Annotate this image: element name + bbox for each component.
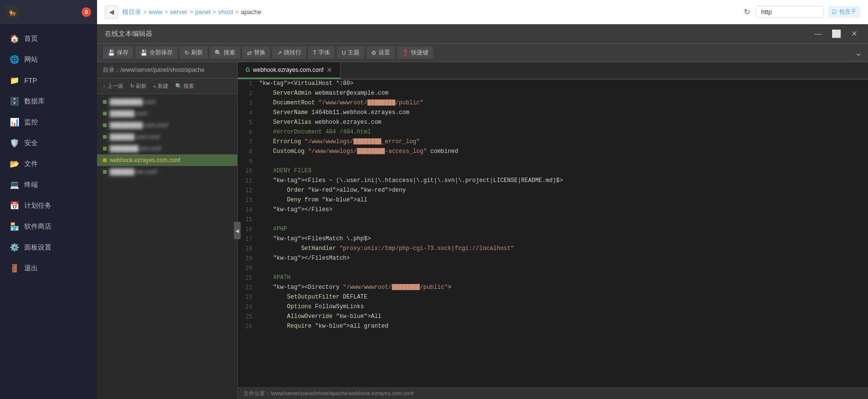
line-number: 8 xyxy=(238,148,257,157)
sidebar-item-security[interactable]: 🛡️安全 xyxy=(0,133,97,153)
line-code: ServerName 1464bb11.webhook.ezrayes.com xyxy=(257,109,868,118)
fp-new-button[interactable]: +新建 xyxy=(151,82,170,91)
sidebar-item-website[interactable]: 🌐网站 xyxy=(0,49,97,70)
close-button[interactable]: ✕ xyxy=(848,28,860,39)
line-code: "kw-tag"></FilesMatch> xyxy=(257,254,868,264)
sidebar-item-logout[interactable]: 🚪退出 xyxy=(0,258,97,279)
line-code xyxy=(257,216,868,225)
toolbar-replace-button[interactable]: ⇄替换 xyxy=(242,47,270,59)
minimize-button[interactable]: — xyxy=(811,29,825,39)
toolbar-theme-button[interactable]: U主题 xyxy=(337,47,364,59)
sidebar-item-files[interactable]: 📂文件 xyxy=(0,153,97,174)
line-number: 1 xyxy=(238,80,257,89)
file-list-item[interactable]: ███████.om.conf xyxy=(97,143,237,154)
file-list-item[interactable]: ████████.com.conf xyxy=(97,119,237,131)
code-line: 16 #PHP xyxy=(238,225,868,235)
sidebar-item-ftp[interactable]: 📁FTP xyxy=(0,70,97,91)
code-content: 1"kw-tag"><VirtualHost *:80>2 ServerAdmi… xyxy=(238,80,868,332)
line-number: 6 xyxy=(238,128,257,138)
website-icon: 🌐 xyxy=(10,55,19,64)
sidebar-label-security: 安全 xyxy=(24,139,38,148)
line-code: DocumentRoot "/www/wwwroot/████████/publ… xyxy=(257,99,868,109)
toolbar-save-all-button[interactable]: 💾全部保存 xyxy=(135,47,178,59)
code-line: 21 #PATH xyxy=(238,274,868,283)
file-list-item[interactable]: ██████.om.conf xyxy=(97,166,237,178)
fp-up-button[interactable]: ↑上一级 xyxy=(101,82,125,91)
sidebar-item-terminal[interactable]: 💻终端 xyxy=(0,174,97,195)
code-line: 20 xyxy=(238,264,868,274)
file-panel-header: 目录：/www/server/panel/vhost/apache xyxy=(97,62,237,79)
line-code: "kw-tag"><FilesMatch \.php$> xyxy=(257,235,868,245)
line-number: 9 xyxy=(238,157,257,167)
fp-reload-button[interactable]: ↻刷新 xyxy=(128,82,148,91)
collapse-panel-button[interactable]: ◀ xyxy=(234,222,241,239)
sidebar-label-cron: 计划任务 xyxy=(24,201,51,210)
code-line: 1"kw-tag"><VirtualHost *:80> xyxy=(238,80,868,89)
search-checkbox[interactable]: ☑ 包含子 xyxy=(828,6,860,18)
fp-search-button[interactable]: 🔍搜索 xyxy=(173,82,196,91)
line-number: 11 xyxy=(238,177,257,186)
maximize-button[interactable]: ⬜ xyxy=(829,28,844,39)
code-line: 11 "kw-tag"><Files ~ (\.user.ini|\.htacc… xyxy=(238,177,868,186)
file-status-dot xyxy=(103,170,107,174)
breadcrumb-item-2[interactable]: server xyxy=(170,8,187,16)
breadcrumb-item-5: apache xyxy=(241,8,262,16)
line-code: Deny from "kw-blue">all xyxy=(257,196,868,206)
code-line: 3 DocumentRoot "/www/wwwroot/████████/pu… xyxy=(238,99,868,109)
toolbar-goto-button[interactable]: ↗跳转行 xyxy=(272,47,306,59)
toolbar-shortcuts-button[interactable]: ❓快捷键 xyxy=(397,47,433,59)
breadcrumb-item-1[interactable]: www xyxy=(149,8,163,16)
code-line: 15 xyxy=(238,216,868,225)
toolbar-settings-button[interactable]: ⚙设置 xyxy=(366,47,395,59)
breadcrumb-item-4[interactable]: vhost xyxy=(218,8,233,16)
file-list-item[interactable]: ██████.com.conf xyxy=(97,131,237,143)
refresh-button[interactable]: ↻ xyxy=(742,5,752,18)
file-list-item[interactable]: ████████.conf xyxy=(97,96,237,108)
code-line: 13 Deny from "kw-blue">all xyxy=(238,196,868,206)
code-line: 25 AllowOverride "kw-blue">All xyxy=(238,313,868,322)
sidebar-label-monitor: 监控 xyxy=(24,118,38,127)
sidebar-item-database[interactable]: 🗄️数据库 xyxy=(0,91,97,112)
line-code: CustomLog "/www/wwwlogs/████████-access_… xyxy=(257,148,868,157)
home-icon: 🏠 xyxy=(10,34,19,43)
replace-icon: ⇄ xyxy=(247,50,252,56)
refresh-icon: ↻ xyxy=(184,50,189,56)
back-button[interactable]: ◀ xyxy=(105,5,118,19)
file-list-item[interactable]: ██████.conf xyxy=(97,108,237,119)
file-panel-toolbar: ↑上一级↻刷新+新建🔍搜索 xyxy=(97,79,237,94)
line-code: #errorDocument 404 /404.html xyxy=(257,128,868,138)
sidebar-item-store[interactable]: 🏪软件商店 xyxy=(0,216,97,237)
search-icon: 🔍 xyxy=(214,50,222,56)
breadcrumb-separator: > xyxy=(164,8,168,16)
breadcrumb-item-3[interactable]: panel xyxy=(195,8,211,16)
toolbar-font-button[interactable]: T字体 xyxy=(308,47,335,59)
active-tab[interactable]: G webhook.ezrayes.com.conf ✕ xyxy=(238,62,341,79)
search-input[interactable] xyxy=(756,6,824,18)
toolbar-refresh-button[interactable]: ↻刷新 xyxy=(180,47,208,59)
sidebar-item-cron[interactable]: 📅计划任务 xyxy=(0,195,97,216)
sidebar-label-terminal: 终端 xyxy=(24,181,38,189)
breadcrumb: 根目录 > www > server > panel > vhost > apa… xyxy=(122,8,738,17)
sidebar-item-panel-settings[interactable]: ⚙️面板设置 xyxy=(0,237,97,258)
code-line: 6 #errorDocument 404 /404.html xyxy=(238,128,868,138)
shortcuts-icon: ❓ xyxy=(402,50,409,56)
toolbar-search-button[interactable]: 🔍搜索 xyxy=(210,47,240,59)
toolbar-more-button[interactable]: ⌄ xyxy=(855,48,862,58)
font-icon: T xyxy=(313,50,316,56)
sidebar-item-home[interactable]: 🏠首页 xyxy=(0,28,97,49)
code-scroll[interactable]: 1"kw-tag"><VirtualHost *:80>2 ServerAdmi… xyxy=(238,80,868,387)
file-list-item[interactable]: webhook.ezrayes.com.conf xyxy=(97,154,237,166)
code-line: 4 ServerName 1464bb11.webhook.ezrayes.co… xyxy=(238,109,868,118)
line-number: 13 xyxy=(238,196,257,206)
line-code xyxy=(257,157,868,167)
sidebar-item-monitor[interactable]: 📊监控 xyxy=(0,112,97,133)
line-number: 24 xyxy=(238,303,257,313)
toolbar-save-button[interactable]: 💾保存 xyxy=(103,47,133,59)
file-name: ██████.om.conf xyxy=(110,168,231,175)
tab-close-button[interactable]: ✕ xyxy=(327,66,332,74)
files-icon: 📂 xyxy=(10,159,19,168)
file-status-dot xyxy=(103,123,107,127)
tab-filename: webhook.ezrayes.com.conf xyxy=(253,66,323,73)
breadcrumb-item-0[interactable]: 根目录 xyxy=(122,8,141,17)
ftp-icon: 📁 xyxy=(10,76,19,85)
